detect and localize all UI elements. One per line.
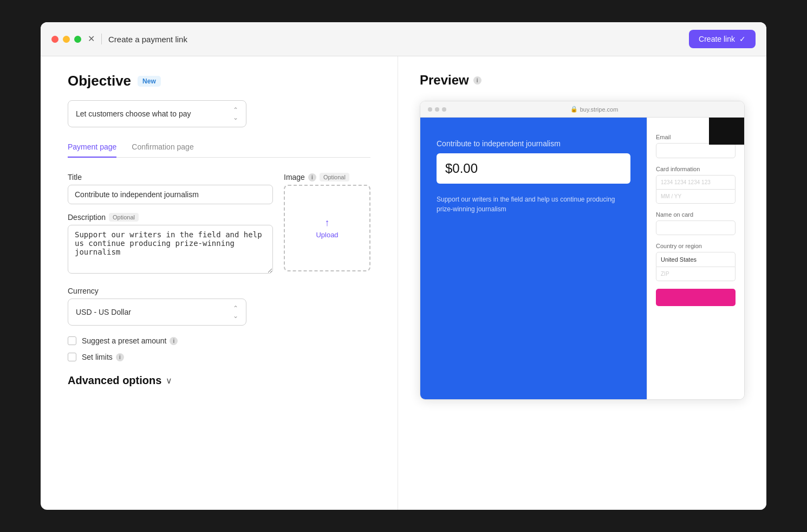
- preview-email-field: [656, 143, 736, 158]
- traffic-light-yellow[interactable]: [63, 36, 70, 43]
- tabs-row: Payment page Confirmation page: [68, 142, 370, 158]
- image-optional-badge: Optional: [320, 173, 349, 181]
- preview-card-number: 1234 1234 1234 123: [656, 175, 736, 190]
- tab-confirmation-page[interactable]: Confirmation page: [132, 142, 193, 158]
- browser-url: 🔒 buy.stripe.com: [570, 106, 619, 113]
- advanced-chevron-icon: ∨: [166, 375, 172, 386]
- description-label: Description Optional: [68, 213, 273, 222]
- traffic-lights: [51, 36, 81, 43]
- left-panel: Objective New Let customers choose what …: [41, 56, 398, 510]
- preview-title: Preview: [420, 73, 469, 88]
- suggest-preset-info-icon[interactable]: i: [170, 337, 178, 345]
- close-icon[interactable]: ✕: [88, 35, 95, 43]
- traffic-light-green[interactable]: [74, 36, 81, 43]
- preview-card-info-label: Card information: [656, 166, 736, 172]
- set-limits-row: Set limits i: [68, 353, 370, 361]
- create-link-label: Create link: [699, 35, 735, 43]
- preview-name-on-card-box: [656, 220, 736, 235]
- set-limits-label: Set limits i: [82, 353, 124, 361]
- form-section: Title Description Optional Support our w…: [68, 173, 370, 276]
- browser-dot-1: [428, 107, 432, 112]
- currency-section: Currency USD - US Dollar ⌃⌄: [68, 287, 370, 326]
- upload-label: Upload: [316, 231, 338, 239]
- right-panel: Preview i 🔒 buy.stripe.com: [398, 56, 766, 510]
- preview-amount-placeholder: $0.00: [445, 161, 478, 176]
- preview-country-value: United States: [656, 252, 736, 267]
- lock-icon: 🔒: [570, 106, 578, 113]
- browser-dot-3: [442, 107, 446, 112]
- title-input[interactable]: [68, 185, 273, 204]
- objective-header: Objective New: [68, 73, 370, 89]
- suggest-preset-label: Suggest a preset amount i: [82, 336, 178, 345]
- preview-payment-title: Contribute to independent journalism: [437, 139, 630, 148]
- preview-country-label: Country or region: [656, 243, 736, 249]
- set-limits-info-icon[interactable]: i: [116, 353, 124, 361]
- description-textarea[interactable]: Support our writers in the field and hel…: [68, 225, 273, 274]
- advanced-label: Advanced options: [68, 374, 161, 387]
- preview-name-on-card-label: Name on card: [656, 211, 736, 218]
- preview-card-date: MM / YY: [656, 190, 736, 204]
- preview-right-section: Email Card information 1234 1234 1234 12…: [647, 118, 744, 399]
- suggest-preset-checkbox[interactable]: [68, 336, 76, 345]
- currency-value: USD - US Dollar: [76, 308, 131, 316]
- preview-description: Support our writers in the field and hel…: [437, 194, 630, 214]
- title-bar: ✕ Create a payment link Create link ✓: [41, 22, 766, 56]
- browser-dots: [428, 107, 446, 112]
- divider: [101, 34, 102, 44]
- description-optional-badge: Optional: [109, 213, 139, 222]
- objective-dropdown[interactable]: Let customers choose what to pay ⌃⌄: [68, 100, 246, 127]
- form-left: Title Description Optional Support our w…: [68, 173, 273, 276]
- preview-pay-button: [656, 289, 736, 306]
- image-info-icon[interactable]: i: [308, 173, 316, 181]
- upload-area[interactable]: ↑ Upload: [284, 185, 370, 271]
- currency-chevron-icon: ⌃⌄: [233, 304, 238, 320]
- create-link-button[interactable]: Create link ✓: [689, 30, 756, 48]
- browser-content: Contribute to independent journalism $0.…: [420, 118, 744, 399]
- create-link-check-icon: ✓: [739, 35, 746, 43]
- image-label: Image i Optional: [284, 173, 370, 181]
- advanced-options-section[interactable]: Advanced options ∨: [68, 374, 370, 387]
- browser-url-text: buy.stripe.com: [580, 106, 619, 113]
- tab-payment-page[interactable]: Payment page: [68, 142, 116, 158]
- preview-amount-box: $0.00: [437, 153, 630, 184]
- chevron-updown-icon: ⌃⌄: [233, 106, 238, 121]
- preview-title-row: Preview i: [420, 73, 745, 88]
- traffic-light-red[interactable]: [51, 36, 58, 43]
- suggest-preset-row: Suggest a preset amount i: [68, 336, 370, 345]
- new-badge: New: [138, 76, 161, 87]
- browser-bar: 🔒 buy.stripe.com: [420, 101, 744, 118]
- window-title: Create a payment link: [108, 35, 187, 44]
- currency-label: Currency: [68, 287, 370, 295]
- preview-blue-section: Contribute to independent journalism $0.…: [420, 118, 647, 399]
- upload-arrow-icon: ↑: [325, 217, 330, 229]
- browser-content-wrapper: Contribute to independent journalism $0.…: [420, 118, 744, 399]
- preview-black-bar: [709, 118, 744, 145]
- mac-window: ✕ Create a payment link Create link ✓ Ob…: [41, 22, 766, 510]
- title-label: Title: [68, 173, 273, 181]
- header-left: ✕ Create a payment link: [51, 34, 187, 44]
- objective-dropdown-label: Let customers choose what to pay: [76, 109, 191, 118]
- form-right: Image i Optional ↑ Upload: [284, 173, 370, 276]
- preview-zip-box: ZIP: [656, 267, 736, 281]
- currency-dropdown[interactable]: USD - US Dollar ⌃⌄: [68, 299, 246, 326]
- browser-frame: 🔒 buy.stripe.com Contribute to independe…: [420, 101, 745, 400]
- content-area: Objective New Let customers choose what …: [41, 56, 766, 510]
- browser-dot-2: [435, 107, 439, 112]
- set-limits-checkbox[interactable]: [68, 353, 76, 361]
- objective-title: Objective: [68, 73, 131, 89]
- preview-info-icon[interactable]: i: [473, 76, 481, 85]
